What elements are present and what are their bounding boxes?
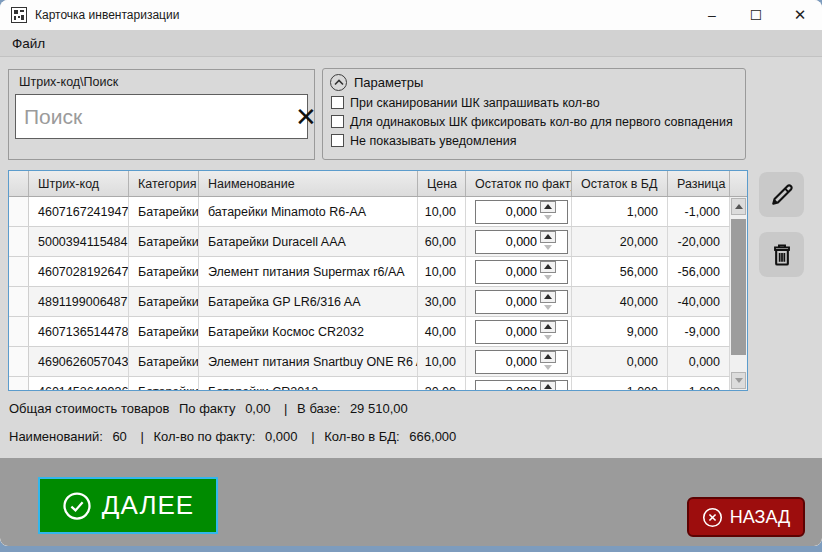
scrollbar-thumb[interactable] xyxy=(731,219,746,355)
scroll-down-icon[interactable] xyxy=(731,372,746,389)
chevron-up-icon[interactable] xyxy=(330,74,347,91)
spinner-up-button[interactable] xyxy=(540,351,556,363)
stock-db-cell: 0,000 xyxy=(572,347,668,376)
name-cell: Элемент питания Snartbuy ONE R6 AA xyxy=(199,347,418,376)
qty-db-value: 666,000 xyxy=(409,429,456,444)
fact-input[interactable] xyxy=(476,381,540,392)
fact-input[interactable] xyxy=(476,201,540,223)
delete-button[interactable] xyxy=(759,232,804,277)
category-cell: Батарейки xyxy=(129,257,199,286)
column-header-db[interactable]: Остаток в БД xyxy=(572,171,668,196)
row-header-cell xyxy=(9,257,29,286)
scroll-up-icon[interactable] xyxy=(731,198,746,215)
names-value: 60 xyxy=(112,429,126,444)
search-input[interactable] xyxy=(16,105,295,129)
difference-cell: -1,000 xyxy=(668,197,730,226)
category-cell: Батарейки xyxy=(129,317,199,346)
column-header-name[interactable]: Наименование xyxy=(199,171,418,196)
fact-input[interactable] xyxy=(476,291,540,313)
separator: | xyxy=(284,401,287,416)
row-header-cell xyxy=(9,197,29,226)
spinner-up-button[interactable] xyxy=(540,321,556,333)
column-header-price[interactable]: Цена xyxy=(418,171,466,196)
menu-bar: Файл xyxy=(0,30,822,57)
column-header-diff[interactable]: Разница xyxy=(668,171,730,196)
checkbox-icon[interactable] xyxy=(331,96,344,109)
fact-spinner[interactable] xyxy=(475,200,568,224)
base-label: В базе: xyxy=(297,401,340,416)
fact-spinner[interactable] xyxy=(475,320,568,344)
footer-bar: ДАЛЕЕ НАЗАД xyxy=(0,458,822,546)
fact-spinner[interactable] xyxy=(475,290,568,314)
barcode-app-icon xyxy=(11,7,27,23)
table-row[interactable]: 4891199006487БатарейкиБатарейка GP LR6/3… xyxy=(9,287,747,317)
fact-input[interactable] xyxy=(476,231,540,253)
checkbox-ask-qty[interactable]: При сканировании ШК запрашивать кол-во xyxy=(323,93,745,112)
fact-spinner[interactable] xyxy=(475,350,568,374)
table-row[interactable]: 4607028192647БатарейкиЭлемент питания Su… xyxy=(9,257,747,287)
difference-cell: -56,000 xyxy=(668,257,730,286)
barcode-cell: 4607167241947 xyxy=(29,197,129,226)
edit-button[interactable] xyxy=(759,172,804,217)
vertical-scrollbar[interactable] xyxy=(730,197,747,390)
table-row[interactable]: 4607167241947Батарейкибатарейки Minamoto… xyxy=(9,197,747,227)
totals-line: Общая стоимость товаров По факту 0,00 | … xyxy=(9,401,418,416)
price-cell: 10,00 xyxy=(418,257,466,286)
spinner-down-button[interactable] xyxy=(540,273,556,283)
parameters-expander[interactable]: Параметры xyxy=(323,69,745,93)
column-header-category[interactable]: Категория xyxy=(129,171,199,196)
fact-spinner[interactable] xyxy=(475,380,568,392)
parameters-panel: Параметры При сканировании ШК запрашиват… xyxy=(322,68,746,160)
spinner-down-button[interactable] xyxy=(540,363,556,373)
fact-input[interactable] xyxy=(476,351,540,373)
column-header-fact[interactable]: Остаток по факту xyxy=(466,171,572,196)
inventory-table: Штрих-кодКатегорияНаименованиеЦенаОстато… xyxy=(8,170,748,391)
next-button[interactable]: ДАЛЕЕ xyxy=(38,477,218,534)
table-row[interactable]: 5000394115484БатарейкиБатарейки Duracell… xyxy=(9,227,747,257)
spinner-up-button[interactable] xyxy=(540,231,556,243)
minimize-button[interactable]: – xyxy=(690,0,734,30)
fact-spinner[interactable] xyxy=(475,230,568,254)
name-cell: Элемент питания Supermax r6/AA xyxy=(199,257,418,286)
pencil-icon xyxy=(768,181,796,209)
checkbox-icon[interactable] xyxy=(331,115,344,128)
spinner-down-button[interactable] xyxy=(540,213,556,223)
content-area: Штрих-код\Поиск ✕ Параметры При сканиров… xyxy=(0,57,822,458)
spinner-down-button[interactable] xyxy=(540,243,556,253)
search-box: ✕ xyxy=(15,94,308,139)
row-header-cell xyxy=(9,377,29,391)
spinner-down-button[interactable] xyxy=(540,303,556,313)
price-cell: 30,00 xyxy=(418,377,466,391)
name-cell: Батарейки Duracell AAA xyxy=(199,227,418,256)
maximize-button[interactable]: ☐ xyxy=(734,0,778,30)
spinner-up-button[interactable] xyxy=(540,201,556,213)
fact-cell xyxy=(466,317,572,346)
checkbox-icon[interactable] xyxy=(331,134,344,147)
separator: | xyxy=(311,429,314,444)
checkbox-hide-notifications[interactable]: Не показывать уведомления xyxy=(323,131,745,150)
column-header-barcode[interactable]: Штрих-код xyxy=(29,171,129,196)
category-cell: Батарейки xyxy=(129,347,199,376)
checkbox-fix-first-match[interactable]: Для одинаковых ШК фиксировать кол-во для… xyxy=(323,112,745,131)
fact-cell xyxy=(466,227,572,256)
table-row[interactable]: 4607136514478БатарейкиБатарейки Космос C… xyxy=(9,317,747,347)
menu-file[interactable]: Файл xyxy=(0,36,55,51)
checkbox-label: Для одинаковых ШК фиксировать кол-во для… xyxy=(350,115,733,129)
table-row[interactable]: 4690626057043БатарейкиЭлемент питания Sn… xyxy=(9,347,747,377)
fact-spinner[interactable] xyxy=(475,260,568,284)
price-cell: 40,00 xyxy=(418,317,466,346)
barcode-cell: 4607136514478 xyxy=(29,317,129,346)
fact-input[interactable] xyxy=(476,321,540,343)
checkbox-label: При сканировании ШК запрашивать кол-во xyxy=(350,96,600,110)
spinner-up-button[interactable] xyxy=(540,261,556,273)
difference-cell: -9,000 xyxy=(668,317,730,346)
table-row[interactable]: 4601452640936БатарейкиБатарейки CR201230… xyxy=(9,377,747,391)
back-button[interactable]: НАЗАД xyxy=(687,497,805,537)
spinner-down-button[interactable] xyxy=(540,333,556,343)
clear-search-icon[interactable]: ✕ xyxy=(295,104,317,130)
close-button[interactable]: ✕ xyxy=(778,0,822,30)
spinner-up-button[interactable] xyxy=(540,291,556,303)
fact-input[interactable] xyxy=(476,261,540,283)
spinner-up-button[interactable] xyxy=(540,381,556,392)
stock-db-cell: 9,000 xyxy=(572,317,668,346)
